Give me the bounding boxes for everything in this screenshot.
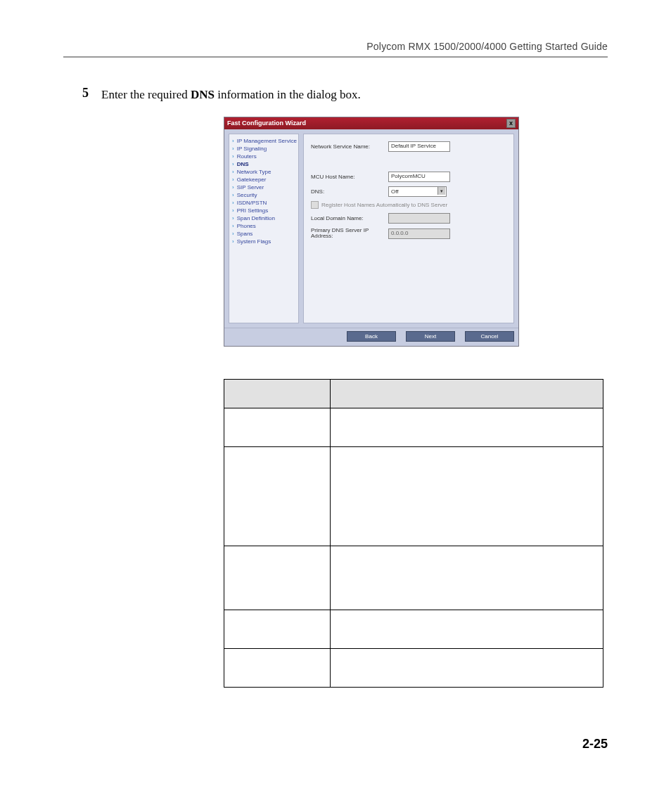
sidebar-item-label: Span Definition xyxy=(237,215,275,221)
table-cell xyxy=(224,446,331,546)
close-icon[interactable]: x xyxy=(506,119,516,128)
step-number: 5 xyxy=(63,86,101,101)
chevron-right-icon: › xyxy=(232,207,234,214)
step-text-post: information in the dialog box. xyxy=(215,88,361,101)
chevron-right-icon: › xyxy=(232,215,234,221)
sidebar-item-label: Gatekeeper xyxy=(237,176,267,183)
network-service-name-input[interactable]: Default IP Service xyxy=(388,141,450,152)
chevron-right-icon: › xyxy=(232,223,234,229)
network-service-name-label: Network Service Name: xyxy=(311,143,388,150)
primary-dns-label: Primary DNS Server IP Address: xyxy=(311,228,388,240)
register-host-names-checkbox[interactable] xyxy=(311,201,319,209)
table-cell xyxy=(224,610,331,648)
sidebar-item-label: System Flags xyxy=(237,238,271,245)
table-cell xyxy=(331,408,603,446)
next-button[interactable]: Next xyxy=(406,331,455,342)
sidebar-item-label: Routers xyxy=(237,153,257,160)
chevron-right-icon: › xyxy=(232,153,234,160)
dialog-title: Fast Configuration Wizard xyxy=(227,120,306,127)
form-panel: Network Service Name: Default IP Service… xyxy=(303,134,514,323)
page-number: 2-25 xyxy=(63,737,608,752)
back-button[interactable]: Back xyxy=(347,331,396,342)
chevron-right-icon: › xyxy=(232,238,234,245)
mcu-host-name-input[interactable]: PolycomMCU xyxy=(388,172,450,182)
step-row: 5 Enter the required DNS information in … xyxy=(63,86,608,104)
step-text-pre: Enter the required xyxy=(101,88,191,101)
table-cell xyxy=(331,610,603,648)
description-table xyxy=(224,379,603,688)
sidebar-item-label: Spans xyxy=(237,231,253,237)
table-cell xyxy=(224,408,331,446)
local-domain-name-label: Local Domain Name: xyxy=(311,215,388,221)
sidebar-item-dns[interactable]: ›DNS xyxy=(231,160,297,168)
sidebar-item-sip-server[interactable]: ›SIP Server xyxy=(231,183,297,191)
primary-dns-input[interactable]: 0.0.0.0 xyxy=(388,228,450,239)
chevron-right-icon: › xyxy=(232,146,234,152)
dns-select[interactable]: Off xyxy=(388,186,447,197)
chevron-right-icon: › xyxy=(232,184,234,191)
step-text-bold: DNS xyxy=(191,88,215,101)
register-host-names-label: Register Host Names Automatically to DNS… xyxy=(321,202,447,208)
sidebar-item-gatekeeper[interactable]: ›Gatekeeper xyxy=(231,176,297,183)
register-host-names-row: Register Host Names Automatically to DNS… xyxy=(311,201,506,209)
table-cell xyxy=(224,648,331,687)
chevron-right-icon: › xyxy=(232,169,234,175)
sidebar-item-label: SIP Server xyxy=(237,184,264,191)
running-head: Polycom RMX 1500/2000/4000 Getting Start… xyxy=(63,41,608,52)
sidebar-item-pri-settings[interactable]: ›PRI Settings xyxy=(231,207,297,214)
chevron-right-icon: › xyxy=(232,192,234,198)
wizard-sidebar: ›IP Management Service ›IP Signaling ›Ro… xyxy=(229,134,299,323)
cancel-button[interactable]: Cancel xyxy=(465,331,514,342)
sidebar-item-label: IP Signaling xyxy=(237,146,267,152)
sidebar-item-ip-management[interactable]: ›IP Management Service xyxy=(231,137,297,145)
table-cell xyxy=(224,546,331,610)
dns-select-value: Off xyxy=(391,188,399,195)
chevron-right-icon: › xyxy=(232,138,234,144)
chevron-right-icon: › xyxy=(232,200,234,206)
header-rule xyxy=(63,56,608,58)
dialog-button-bar: Back Next Cancel xyxy=(224,328,518,346)
sidebar-item-label: DNS xyxy=(237,161,249,167)
sidebar-item-security[interactable]: ›Security xyxy=(231,191,297,199)
sidebar-item-network-type[interactable]: ›Network Type xyxy=(231,168,297,176)
chevron-right-icon: › xyxy=(232,231,234,237)
sidebar-item-ip-signaling[interactable]: ›IP Signaling xyxy=(231,145,297,153)
dialog-title-bar: Fast Configuration Wizard x xyxy=(224,117,518,129)
chevron-right-icon: › xyxy=(232,161,234,167)
table-cell xyxy=(331,446,603,546)
sidebar-item-routers[interactable]: ›Routers xyxy=(231,153,297,160)
table-cell xyxy=(331,648,603,687)
dialog-screenshot: Fast Configuration Wizard x ›IP Manageme… xyxy=(224,117,519,347)
step-text: Enter the required DNS information in th… xyxy=(101,86,361,104)
sidebar-item-system-flags[interactable]: ›System Flags xyxy=(231,238,297,245)
table-header-2 xyxy=(331,379,603,408)
sidebar-item-phones[interactable]: ›Phones xyxy=(231,222,297,230)
sidebar-item-label: Security xyxy=(237,192,257,198)
table-cell xyxy=(331,546,603,610)
table-header-1 xyxy=(224,379,331,408)
sidebar-item-label: PRI Settings xyxy=(237,207,268,214)
sidebar-item-spans[interactable]: ›Spans xyxy=(231,230,297,238)
sidebar-item-isdn-pstn[interactable]: ›ISDN/PSTN xyxy=(231,199,297,207)
mcu-host-name-label: MCU Host Name: xyxy=(311,174,388,180)
dns-label: DNS: xyxy=(311,188,388,195)
chevron-right-icon: › xyxy=(232,176,234,183)
sidebar-item-label: IP Management Service xyxy=(237,138,297,144)
sidebar-item-label: Network Type xyxy=(237,169,271,175)
sidebar-item-label: ISDN/PSTN xyxy=(237,200,267,206)
sidebar-item-label: Phones xyxy=(237,223,256,229)
local-domain-name-input[interactable] xyxy=(388,213,450,224)
sidebar-item-span-definition[interactable]: ›Span Definition xyxy=(231,214,297,222)
